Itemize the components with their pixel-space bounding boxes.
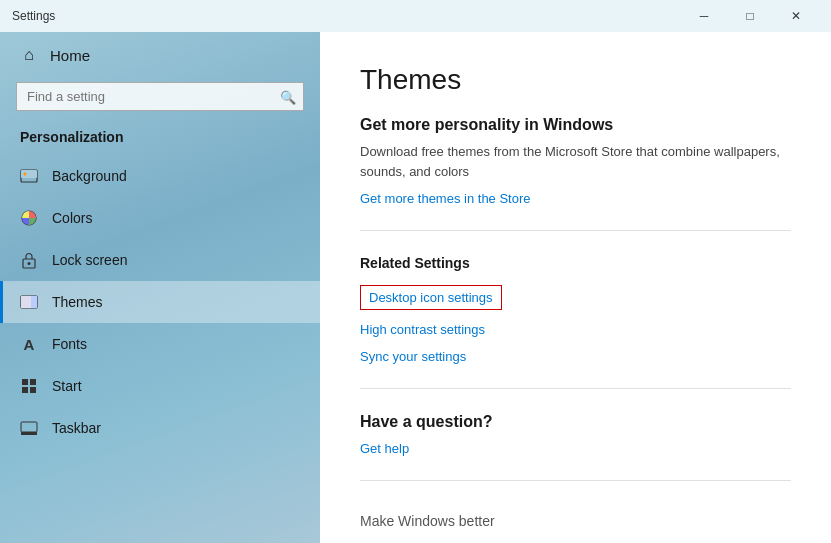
high-contrast-link[interactable]: High contrast settings [360,322,791,337]
home-label: Home [50,47,90,64]
svg-point-2 [24,173,27,176]
themes-icon [20,293,38,311]
colors-label: Colors [52,210,92,226]
themes-label: Themes [52,294,103,310]
search-input[interactable] [16,82,304,111]
page-title: Themes [360,64,791,96]
home-icon: ⌂ [20,46,38,64]
get-help-link[interactable]: Get help [360,441,791,456]
fonts-icon: A [20,335,38,353]
close-button[interactable]: ✕ [773,0,819,32]
svg-point-5 [28,262,31,265]
section-divider [360,230,791,231]
section-divider-3 [360,480,791,481]
lockscreen-icon [20,251,38,269]
colors-icon [20,209,38,227]
svg-rect-10 [30,379,36,385]
search-container: 🔍 [16,82,304,111]
main-content: Themes Get more personality in Windows D… [320,32,831,543]
content-description: Download free themes from the Microsoft … [360,142,780,181]
sidebar-item-background[interactable]: Background [0,155,320,197]
sidebar-item-taskbar[interactable]: Taskbar [0,407,320,449]
fonts-label: Fonts [52,336,87,352]
svg-rect-11 [22,387,28,393]
sidebar: ⌂ Home 🔍 Personalization Background [0,32,320,543]
taskbar-icon [20,419,38,437]
search-icon: 🔍 [280,89,296,104]
lockscreen-label: Lock screen [52,252,127,268]
background-icon [20,167,38,185]
start-label: Start [52,378,82,394]
desktop-icon-link[interactable]: Desktop icon settings [360,285,502,310]
title-bar: Settings ─ □ ✕ [0,0,831,32]
svg-rect-1 [21,170,37,178]
start-icon [20,377,38,395]
related-settings-title: Related Settings [360,255,791,271]
svg-rect-13 [21,422,37,432]
svg-rect-9 [22,379,28,385]
sidebar-item-themes[interactable]: Themes [0,281,320,323]
window-controls: ─ □ ✕ [681,0,819,32]
sidebar-item-lockscreen[interactable]: Lock screen [0,239,320,281]
taskbar-label: Taskbar [52,420,101,436]
svg-rect-12 [30,387,36,393]
have-question-title: Have a question? [360,413,791,431]
sidebar-item-home[interactable]: ⌂ Home [0,32,320,78]
make-windows-better: Make Windows better [360,505,791,529]
sync-link[interactable]: Sync your settings [360,349,791,364]
app-body: ⌂ Home 🔍 Personalization Background [0,32,831,543]
svg-rect-7 [21,296,31,308]
store-link[interactable]: Get more themes in the Store [360,191,791,206]
minimize-button[interactable]: ─ [681,0,727,32]
section-divider-2 [360,388,791,389]
app-title: Settings [12,9,681,23]
svg-rect-14 [21,432,37,435]
section-title: Personalization [0,123,320,155]
sidebar-item-start[interactable]: Start [0,365,320,407]
content-subtitle: Get more personality in Windows [360,116,791,134]
sidebar-item-fonts[interactable]: A Fonts [0,323,320,365]
maximize-button[interactable]: □ [727,0,773,32]
svg-rect-8 [31,296,37,308]
background-label: Background [52,168,127,184]
sidebar-item-colors[interactable]: Colors [0,197,320,239]
